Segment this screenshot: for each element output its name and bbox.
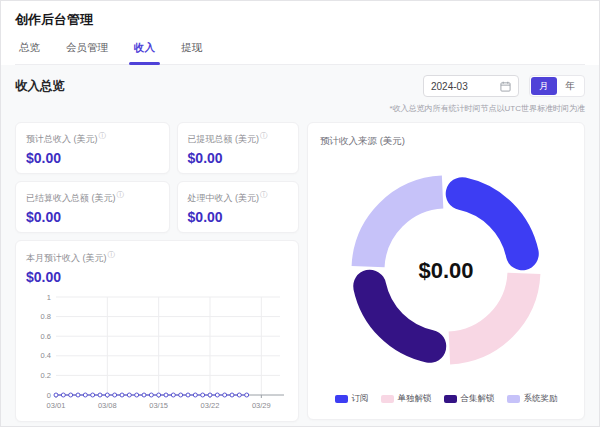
utc-note: *收入总览内所有统计时间节点以UTC世界标准时间为准 [15,103,585,114]
donut-chart-title: 预计收入来源 (美元) [320,135,572,148]
creator-admin-page: 创作后台管理 总览 会员管理 收入 提现 收入总览 2024-03 [0,0,600,427]
tab-withdrawal[interactable]: 提现 [181,41,202,64]
info-icon[interactable]: ⓘ [260,131,268,140]
legend-label: 合集解锁 [461,393,495,405]
stat-card-processing: 处理中收入 (美元)ⓘ $0.00 [177,181,299,233]
tab-members[interactable]: 会员管理 [66,41,108,64]
svg-text:0.2: 0.2 [41,371,51,380]
tab-bar: 总览 会员管理 收入 提现 [15,41,585,65]
info-icon[interactable]: ⓘ [108,250,116,259]
svg-text:03/29: 03/29 [252,401,271,410]
stat-label: 处理中收入 (美元) [188,193,260,203]
svg-text:0: 0 [47,391,51,400]
date-picker[interactable]: 2024-03 [423,75,519,97]
legend-item[interactable]: 系统奖励 [507,393,558,405]
stat-label: 本月预计收入 (美元) [26,253,107,263]
svg-text:03/08: 03/08 [98,401,117,410]
svg-text:0.8: 0.8 [41,312,51,321]
monthly-income-card: 本月预计收入 (美元)ⓘ $0.00 00.20.40.60.8103/0103… [15,240,299,422]
date-picker-value: 2024-03 [431,81,468,92]
info-icon[interactable]: ⓘ [117,190,125,199]
tab-overview[interactable]: 总览 [19,41,40,64]
svg-text:03/15: 03/15 [149,401,168,410]
svg-text:1: 1 [47,293,51,302]
stat-value: $0.00 [188,150,288,166]
period-toggle: 月 年 [529,75,585,97]
svg-text:03/01: 03/01 [47,401,66,410]
donut-legend: 订阅单独解锁合集解锁系统奖励 [320,393,572,407]
svg-text:0.4: 0.4 [41,351,51,360]
stat-value: $0.00 [26,209,159,225]
stats-column: 预计总收入 (美元)ⓘ $0.00 已提现总额 (美元)ⓘ $0.00 已结算收… [15,122,299,420]
stat-card-withdrawn: 已提现总额 (美元)ⓘ $0.00 [177,122,299,174]
calendar-icon [500,81,511,92]
info-icon[interactable]: ⓘ [99,131,107,140]
donut-center-value: $0.00 [418,258,473,283]
stat-label: 已提现总额 (美元) [188,134,260,144]
legend-label: 订阅 [352,393,369,405]
topbar: 创作后台管理 总览 会员管理 收入 提现 [1,1,599,65]
stat-value: $0.00 [188,209,288,225]
stat-card-settled: 已结算收入总额 (美元)ⓘ $0.00 [15,181,170,233]
section-title: 收入总览 [15,78,65,95]
svg-text:03/22: 03/22 [201,401,220,410]
legend-swatch [507,395,520,403]
page-title: 创作后台管理 [15,11,585,29]
stat-label: 预计总收入 (美元) [26,134,98,144]
period-controls: 2024-03 月 年 [423,75,585,97]
income-source-column: 预计收入来源 (美元) $0.00 订阅单独解锁合集解锁系统奖励 [307,122,585,420]
legend-item[interactable]: 订阅 [335,393,369,405]
income-source-donut-chart: $0.00 [326,168,566,374]
period-year-button[interactable]: 年 [557,77,583,95]
legend-item[interactable]: 单独解锁 [381,393,432,405]
stat-card-total-income: 预计总收入 (美元)ⓘ $0.00 [15,122,170,174]
legend-label: 系统奖励 [524,393,558,405]
legend-swatch [335,395,348,403]
stat-value: $0.00 [26,150,159,166]
legend-item[interactable]: 合集解锁 [444,393,495,405]
info-icon[interactable]: ⓘ [260,190,268,199]
period-month-button[interactable]: 月 [531,77,557,95]
income-line-chart: 00.20.40.60.8103/0103/0803/1503/2203/29 [26,289,288,417]
tab-income[interactable]: 收入 [134,41,155,64]
svg-text:0.6: 0.6 [41,332,51,341]
stat-label: 已结算收入总额 (美元) [26,193,116,203]
stat-value: $0.00 [26,269,288,285]
income-overview-section: 收入总览 2024-03 月 年 *收入总览内所有统计时间节点以UTC世 [1,65,599,427]
legend-swatch [444,395,457,403]
legend-swatch [381,395,394,403]
legend-label: 单独解锁 [398,393,432,405]
income-source-card: 预计收入来源 (美元) $0.00 订阅单独解锁合集解锁系统奖励 [307,122,585,420]
